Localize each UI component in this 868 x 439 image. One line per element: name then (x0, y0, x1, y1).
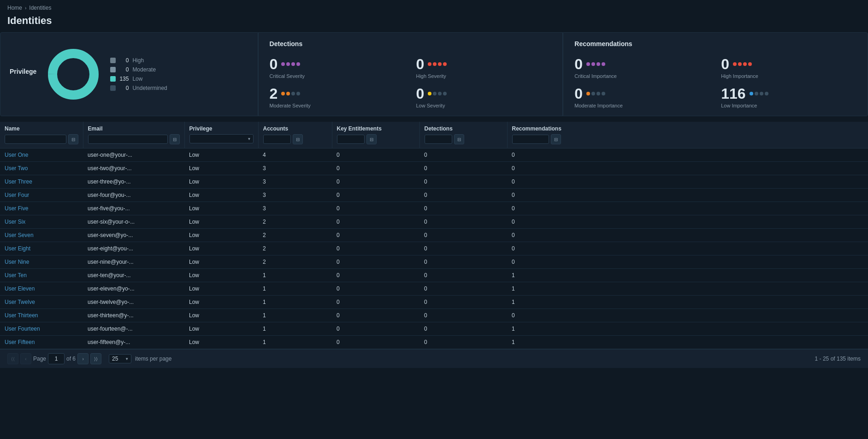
low-severity-value: 0 (416, 86, 424, 101)
cell-name: User Eleven (0, 282, 83, 296)
cell-privilege: Low (184, 175, 258, 189)
user-link[interactable]: User Ten (5, 272, 27, 279)
cell-key-entitlements: 0 (332, 162, 419, 175)
user-link[interactable]: User Twelve (5, 299, 35, 305)
critical-severity-value: 0 (270, 57, 278, 71)
cell-name: User Thirteen (0, 309, 83, 322)
metric-low-importance: 116 Low Importance (721, 86, 856, 108)
cell-accounts: 3 (258, 202, 332, 215)
table-row[interactable]: User Nine user-nine@your-... Low 2 0 0 0 (0, 255, 868, 269)
user-link[interactable]: User Four (5, 192, 29, 198)
email-filter-btn[interactable]: ⊟ (170, 134, 180, 144)
legend-item-undetermined: 0 Undetermined (110, 85, 167, 91)
critical-importance-label: Critical Importance (574, 73, 710, 79)
detections-card-title-wrapper: Detections (270, 40, 552, 53)
user-link[interactable]: User Six (5, 219, 25, 225)
low-importance-label: Low Importance (721, 103, 856, 108)
critical-severity-label: Critical Severity (270, 73, 405, 79)
cell-detections: 0 (419, 162, 507, 175)
breadcrumb-home[interactable]: Home (7, 5, 22, 11)
user-link[interactable]: User Eight (5, 245, 30, 252)
detections-filter-btn[interactable]: ⊟ (454, 134, 464, 144)
table-row[interactable]: User Twelve user-twelve@yo-... Low 1 0 0… (0, 296, 868, 309)
cell-detections: 0 (419, 255, 507, 269)
summary-cards: Privilege 0 High 0 Moderate 135 Lo (0, 32, 868, 122)
cell-privilege: Low (184, 255, 258, 269)
metric-critical-importance: 0 Critical Importance (574, 57, 710, 79)
email-filter-input[interactable] (88, 135, 168, 144)
user-link[interactable]: User Five (5, 205, 28, 212)
pagination-summary: 1 - 25 of 135 items (815, 356, 861, 362)
cell-key-entitlements: 0 (332, 282, 419, 296)
cell-accounts: 1 (258, 269, 332, 282)
table-row[interactable]: User Three user-three@yo-... Low 3 0 0 0 (0, 175, 868, 189)
name-filter-input[interactable] (5, 135, 66, 144)
last-page-btn[interactable]: ⟩⟩ (90, 353, 101, 364)
cell-name: User Fourteen (0, 322, 83, 336)
user-link[interactable]: User Nine (5, 259, 29, 265)
cell-recommendations: 0 (507, 148, 868, 162)
cell-name: User Three (0, 175, 83, 189)
cell-email: user-fifteen@y-... (83, 336, 184, 349)
cell-name: User Fifteen (0, 336, 83, 349)
table-row[interactable]: User Fifteen user-fifteen@y-... Low 1 0 … (0, 336, 868, 349)
table-row[interactable]: User Four user-four@you-... Low 3 0 0 0 (0, 189, 868, 202)
name-filter-btn[interactable]: ⊟ (68, 134, 78, 144)
user-link[interactable]: User Seven (5, 232, 34, 238)
table-row[interactable]: User Ten user-ten@your-... Low 1 0 0 1 (0, 269, 868, 282)
user-link[interactable]: User Eleven (5, 285, 35, 292)
page-number-input[interactable] (48, 353, 65, 364)
cell-key-entitlements: 0 (332, 202, 419, 215)
next-page-btn[interactable]: › (77, 353, 89, 364)
table-row[interactable]: User Thirteen user-thirteen@y-... Low 1 … (0, 309, 868, 322)
th-key-entitlements: Key Entitlements ⊟ (332, 122, 419, 148)
cell-recommendations: 1 (507, 269, 868, 282)
high-importance-label: High Importance (721, 73, 856, 79)
detections-filter-input[interactable] (425, 135, 452, 144)
privilege-filter-select[interactable]: Low Moderate High Undetermined (189, 134, 254, 143)
cell-name: User Six (0, 215, 83, 229)
table-row[interactable]: User Six user-six@your-o-... Low 2 0 0 0 (0, 215, 868, 229)
cell-email: user-four@you-... (83, 189, 184, 202)
th-email: Email ⊟ (83, 122, 184, 148)
items-per-page-label: items per page (135, 356, 171, 362)
recommendations-filter-input[interactable] (512, 135, 549, 144)
user-link[interactable]: User Fourteen (5, 326, 40, 332)
key-entitlements-filter-btn[interactable]: ⊟ (366, 134, 377, 144)
table-row[interactable]: User Fourteen user-fourteen@-... Low 1 0… (0, 322, 868, 336)
table-row[interactable]: User Eleven user-eleven@yo-... Low 1 0 0… (0, 282, 868, 296)
cell-recommendations: 0 (507, 162, 868, 175)
accounts-filter-btn[interactable]: ⊟ (293, 134, 303, 144)
cell-key-entitlements: 0 (332, 189, 419, 202)
moderate-severity-label: Moderate Severity (270, 103, 405, 108)
first-page-btn[interactable]: ⟨⟨ (7, 353, 18, 364)
cell-email: user-thirteen@y-... (83, 309, 184, 322)
user-link[interactable]: User One (5, 152, 28, 158)
low-severity-dots (428, 92, 447, 95)
key-entitlements-filter-input[interactable] (337, 135, 365, 144)
cell-key-entitlements: 0 (332, 269, 419, 282)
cell-key-entitlements: 0 (332, 148, 419, 162)
cell-key-entitlements: 0 (332, 336, 419, 349)
cell-privilege: Low (184, 309, 258, 322)
cell-privilege: Low (184, 282, 258, 296)
legend-item-high: 0 High (110, 57, 167, 64)
user-link[interactable]: User Three (5, 178, 32, 185)
user-link[interactable]: User Two (5, 165, 28, 172)
user-link[interactable]: User Fifteen (5, 339, 35, 345)
table-row[interactable]: User Five user-five@you-... Low 3 0 0 0 (0, 202, 868, 215)
cell-detections: 0 (419, 229, 507, 242)
prev-page-btn[interactable]: ‹ (20, 353, 31, 364)
user-link[interactable]: User Thirteen (5, 312, 38, 319)
per-page-select[interactable]: 25 50 100 (109, 354, 131, 363)
table-row[interactable]: User Seven user-seven@yo-... Low 2 0 0 0 (0, 229, 868, 242)
table-row[interactable]: User One user-one@your-... Low 4 0 0 0 (0, 148, 868, 162)
cell-key-entitlements: 0 (332, 229, 419, 242)
cell-email: user-seven@yo-... (83, 229, 184, 242)
table-row[interactable]: User Eight user-eight@you-... Low 2 0 0 … (0, 242, 868, 255)
accounts-filter-input[interactable] (263, 135, 291, 144)
table-row[interactable]: User Two user-two@your-... Low 3 0 0 0 (0, 162, 868, 175)
recommendations-filter-btn[interactable]: ⊟ (551, 134, 561, 144)
legend-item-moderate: 0 Moderate (110, 66, 167, 73)
privilege-card-title: Privilege (10, 68, 36, 75)
